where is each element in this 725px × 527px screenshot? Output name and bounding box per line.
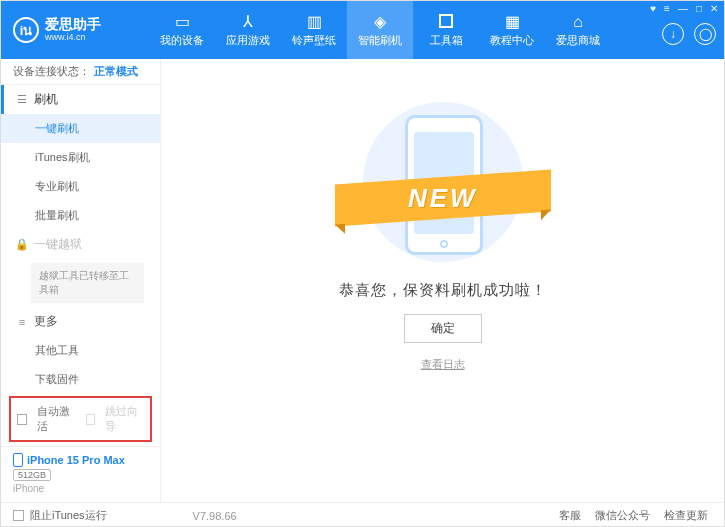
footer: 阻止iTunes运行 V7.98.66 客服 微信公众号 检查更新 xyxy=(1,502,724,527)
device-name: iPhone 15 Pro Max xyxy=(27,454,125,466)
top-nav: ▭我的设备 ⅄应用游戏 ▥铃声壁纸 ◈智能刷机 🞏工具箱 ▦教程中心 ⌂爱思商城 xyxy=(143,1,662,59)
store-icon: ⌂ xyxy=(569,13,587,31)
nav-store[interactable]: ⌂爱思商城 xyxy=(545,1,611,59)
app-logo: iน 爱思助手 www.i4.cn xyxy=(13,17,143,43)
nav-flash[interactable]: ◈智能刷机 xyxy=(347,1,413,59)
maximize-icon[interactable]: □ xyxy=(696,3,702,14)
nav-my-device[interactable]: ▭我的设备 xyxy=(149,1,215,59)
sidebar-item-other-tools[interactable]: 其他工具 xyxy=(1,336,160,365)
app-url: www.i4.cn xyxy=(45,33,101,43)
footer-update[interactable]: 检查更新 xyxy=(660,508,712,523)
connection-status: 设备连接状态： 正常模式 xyxy=(1,59,160,85)
nav-toolbox[interactable]: 🞏工具箱 xyxy=(413,1,479,59)
phone-icon xyxy=(13,453,23,467)
device-info: iPhone 15 Pro Max 512GB iPhone xyxy=(1,446,160,502)
main-content: NEW 恭喜您，保资料刷机成功啦！ 确定 查看日志 xyxy=(161,59,724,502)
lock-icon: 🔒 xyxy=(16,239,28,251)
status-mode: 正常模式 xyxy=(94,64,138,79)
footer-support[interactable]: 客服 xyxy=(555,508,585,523)
menu-icon[interactable]: ♥ xyxy=(650,3,656,14)
nav-apps[interactable]: ⅄应用游戏 xyxy=(215,1,281,59)
sidebar-group-more[interactable]: ≡ 更多 xyxy=(1,307,160,336)
ok-button[interactable]: 确定 xyxy=(404,314,482,343)
user-button[interactable]: ◯ xyxy=(694,23,716,45)
tutorial-icon: ▦ xyxy=(503,13,521,31)
auto-activate-label: 自动激活 xyxy=(37,404,76,434)
app-name: 爱思助手 xyxy=(45,17,101,32)
sidebar: 设备连接状态： 正常模式 ☰ 刷机 一键刷机 iTunes刷机 专业刷机 批量刷… xyxy=(1,59,161,502)
device-storage: 512GB xyxy=(13,469,51,481)
logo-icon: iน xyxy=(13,17,39,43)
auto-activate-checkbox[interactable] xyxy=(17,414,27,425)
header-right: ↓ ◯ xyxy=(662,15,716,45)
sidebar-item-pro[interactable]: 专业刷机 xyxy=(1,172,160,201)
success-message: 恭喜您，保资料刷机成功啦！ xyxy=(339,281,547,300)
wallpaper-icon: ▥ xyxy=(305,13,323,31)
apps-icon: ⅄ xyxy=(239,13,257,31)
jailbreak-note: 越狱工具已转移至工具箱 xyxy=(31,263,144,303)
footer-wechat[interactable]: 微信公众号 xyxy=(591,508,654,523)
download-button[interactable]: ↓ xyxy=(662,23,684,45)
list-icon: ☰ xyxy=(16,94,28,106)
sidebar-item-itunes[interactable]: iTunes刷机 xyxy=(1,143,160,172)
flash-icon: ◈ xyxy=(371,13,389,31)
block-itunes-checkbox[interactable] xyxy=(13,510,24,521)
skip-guide-label: 跳过向导 xyxy=(105,404,144,434)
options-row: 自动激活 跳过向导 xyxy=(9,396,152,442)
device-icon: ▭ xyxy=(173,13,191,31)
close-icon[interactable]: ✕ xyxy=(710,3,718,14)
skip-guide-checkbox[interactable] xyxy=(86,414,96,425)
block-itunes-label: 阻止iTunes运行 xyxy=(30,508,107,523)
view-log-link[interactable]: 查看日志 xyxy=(421,357,465,372)
toolbox-icon: 🞏 xyxy=(437,13,455,31)
device-type: iPhone xyxy=(13,483,148,494)
sidebar-item-download-fw[interactable]: 下载固件 xyxy=(1,365,160,392)
sidebar-group-jailbreak[interactable]: 🔒 一键越狱 xyxy=(1,230,160,259)
sidebar-group-flash[interactable]: ☰ 刷机 xyxy=(1,85,160,114)
sidebar-item-batch[interactable]: 批量刷机 xyxy=(1,201,160,230)
nav-ringtones[interactable]: ▥铃声壁纸 xyxy=(281,1,347,59)
nav-tutorials[interactable]: ▦教程中心 xyxy=(479,1,545,59)
app-header: ♥ ≡ — □ ✕ iน 爱思助手 www.i4.cn ▭我的设备 ⅄应用游戏 … xyxy=(1,1,724,59)
dropdown-icon[interactable]: ≡ xyxy=(664,3,670,14)
sidebar-item-oneclick[interactable]: 一键刷机 xyxy=(1,114,160,143)
window-controls: ♥ ≡ — □ ✕ xyxy=(650,3,718,14)
more-icon: ≡ xyxy=(16,316,28,328)
success-illustration: NEW xyxy=(343,97,543,267)
version-label: V7.98.66 xyxy=(193,510,237,522)
minimize-icon[interactable]: — xyxy=(678,3,688,14)
